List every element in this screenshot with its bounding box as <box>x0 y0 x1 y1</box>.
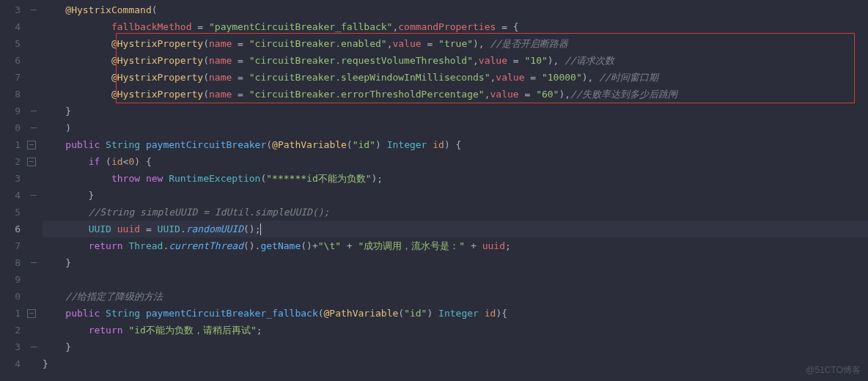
fold-marker[interactable] <box>25 119 43 136</box>
line-number: 9 <box>0 271 21 288</box>
code-line[interactable]: throw new RuntimeException("******id不能为负… <box>43 170 868 187</box>
fold-marker[interactable] <box>25 170 43 187</box>
code-token: id <box>433 139 444 150</box>
fold-marker[interactable] <box>25 136 43 153</box>
code-token: ( <box>203 38 209 49</box>
code-token: = <box>232 55 249 66</box>
code-line[interactable]: return "id不能为负数，请稍后再试"; <box>43 322 868 339</box>
code-token: "10" <box>524 55 547 66</box>
code-token: //请求次数 <box>564 55 614 66</box>
fold-column[interactable] <box>25 0 43 381</box>
code-token <box>43 223 89 234</box>
code-line[interactable]: @HystrixProperty(name = "circuitBreaker.… <box>43 35 868 52</box>
code-token <box>140 308 146 319</box>
code-token: = <box>524 72 541 83</box>
code-line[interactable]: } <box>43 187 868 204</box>
code-line[interactable]: @HystrixProperty(name = "circuitBreaker.… <box>43 52 868 69</box>
line-number: 3 <box>0 339 21 355</box>
fold-marker[interactable] <box>25 204 43 221</box>
code-line[interactable] <box>43 271 868 288</box>
code-token: = <box>232 72 249 83</box>
fold-marker[interactable] <box>25 322 43 339</box>
fold-marker[interactable] <box>25 254 43 271</box>
code-token: ), <box>582 72 599 83</box>
code-token <box>43 72 111 83</box>
code-token: (); <box>243 223 260 234</box>
code-token <box>43 89 111 100</box>
code-token: @HystrixProperty <box>111 89 203 100</box>
code-token: id <box>111 156 123 167</box>
code-line[interactable]: if (id<0) { <box>43 153 868 170</box>
code-token: "id不能为负数，请稍后再试" <box>128 325 256 336</box>
line-number: 5 <box>0 204 21 221</box>
code-line[interactable]: @HystrixProperty(name = "circuitBreaker.… <box>43 86 868 103</box>
code-line[interactable]: //给指定了降级的方法 <box>43 288 868 305</box>
code-token: ( <box>100 156 111 167</box>
code-token <box>43 4 65 15</box>
fold-marker[interactable] <box>25 339 43 355</box>
code-token: RuntimeException <box>169 173 260 184</box>
fold-marker[interactable] <box>25 237 43 254</box>
code-token: fallbackMethod <box>111 21 192 32</box>
code-token: ()+ <box>301 240 317 251</box>
fold-marker[interactable] <box>25 271 43 288</box>
code-token: , <box>485 89 490 100</box>
code-token: = <box>232 89 249 100</box>
fold-marker[interactable] <box>25 187 43 204</box>
code-line[interactable]: } <box>43 339 868 355</box>
code-token: name <box>209 55 232 66</box>
code-line[interactable]: return Thread.currentThread().getName()+… <box>43 237 868 254</box>
code-line[interactable]: public String paymentCircuitBreaker(@Pat… <box>43 136 868 153</box>
fold-marker[interactable] <box>25 221 43 237</box>
line-number: 8 <box>0 86 21 103</box>
code-editor[interactable]: 3456789012345678901234 @HystrixCommand( … <box>0 0 868 381</box>
fold-marker[interactable] <box>25 35 43 52</box>
code-token <box>43 173 111 184</box>
code-token: "id" <box>404 308 427 319</box>
code-token: "circuitBreaker.requestVolumeThreshold" <box>249 55 473 66</box>
code-token: ); <box>372 173 383 184</box>
fold-marker[interactable] <box>25 86 43 103</box>
code-token: "true" <box>438 38 473 49</box>
code-line[interactable]: UUID uuid = UUID.randomUUID(); <box>43 221 868 237</box>
code-line[interactable]: fallbackMethod = "paymentCircuitBreaker_… <box>43 18 868 35</box>
fold-marker[interactable] <box>25 52 43 69</box>
code-line[interactable]: @HystrixProperty(name = "circuitBreaker.… <box>43 69 868 86</box>
fold-marker[interactable] <box>25 1 43 18</box>
code-line[interactable]: //String simpleUUID = IdUtil.simpleUUID(… <box>43 204 868 221</box>
fold-marker[interactable] <box>25 288 43 305</box>
code-token <box>43 55 111 66</box>
code-token: "60" <box>536 89 559 100</box>
code-token: ) <box>375 139 387 150</box>
code-token <box>43 240 89 251</box>
code-line[interactable]: } <box>43 254 868 271</box>
fold-marker[interactable] <box>25 355 43 372</box>
fold-marker[interactable] <box>25 69 43 86</box>
code-line[interactable]: } <box>43 103 868 119</box>
fold-marker[interactable] <box>25 305 43 322</box>
code-token: uuid <box>117 223 140 234</box>
code-token: //是否开启断路器 <box>490 38 569 49</box>
line-number: 4 <box>0 187 21 204</box>
fold-marker[interactable] <box>25 153 43 170</box>
code-line[interactable]: ) <box>43 119 868 136</box>
code-token: = <box>519 89 536 100</box>
code-line[interactable]: } <box>43 355 868 372</box>
code-line[interactable]: public String paymentCircuitBreaker_fall… <box>43 305 868 322</box>
line-number: 7 <box>0 237 21 254</box>
line-number-gutter: 3456789012345678901234 <box>0 0 25 381</box>
code-token: paymentCircuitBreaker <box>146 139 266 150</box>
text-caret <box>260 223 261 235</box>
fold-marker[interactable] <box>25 18 43 35</box>
code-line[interactable]: @HystrixCommand( <box>43 1 868 18</box>
line-number: 3 <box>0 170 21 187</box>
code-token: String <box>106 308 140 319</box>
code-token: ), <box>473 38 490 49</box>
code-area[interactable]: @HystrixCommand( fallbackMethod = "payme… <box>43 0 868 381</box>
code-token: name <box>209 89 232 100</box>
code-token: ){ <box>496 308 507 319</box>
code-token: "******id不能为负数" <box>266 173 371 184</box>
code-token: ), <box>548 55 564 66</box>
code-token: ) { <box>134 156 151 167</box>
fold-marker[interactable] <box>25 103 43 119</box>
